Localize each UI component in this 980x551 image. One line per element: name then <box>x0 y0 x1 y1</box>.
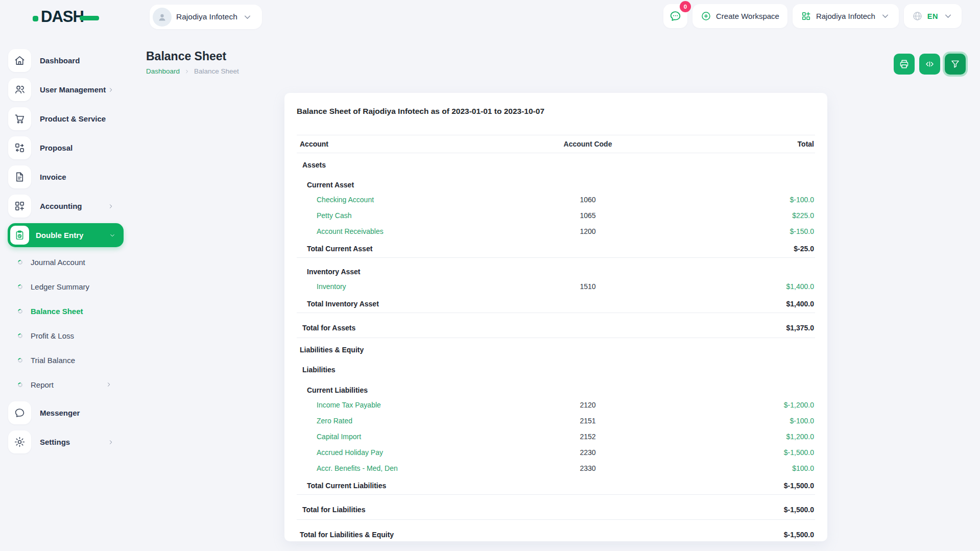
language-selector[interactable]: EN <box>904 4 962 28</box>
account-code: 2230 <box>529 448 647 457</box>
account-link-petty-cash[interactable]: Petty Cash <box>317 211 351 220</box>
globe-icon <box>912 11 923 21</box>
sidebar-subitem-label: Trial Balance <box>31 356 75 365</box>
table-row-liabilities: Liabilities <box>297 361 815 376</box>
account-link-zero-rated[interactable]: Zero Rated <box>317 417 352 425</box>
row-label: Total Current Liabilities <box>297 482 529 490</box>
plus-circle-icon <box>701 11 711 21</box>
messages-badge: 0 <box>680 1 691 12</box>
table-row-petty-cash: Petty Cash1065$225.0 <box>297 207 815 223</box>
row-label: Total Current Asset <box>297 245 529 253</box>
table-row-account-receivables: Account Receivables1200$-150.0 <box>297 223 815 239</box>
double-entry-icon <box>14 230 25 241</box>
users-icon <box>8 78 31 101</box>
account-code: 2330 <box>529 464 647 472</box>
table-row-total-for-liabilities: Total for Liabilities$-1,500.0 <box>297 500 815 520</box>
row-label: Assets <box>297 161 529 169</box>
row-total: $-100.0 <box>647 417 815 425</box>
account-link-account-receivables[interactable]: Account Receivables <box>317 227 384 235</box>
sidebar-subitem-label: Ledger Summary <box>31 282 89 291</box>
logo-dot-icon <box>33 16 38 21</box>
sidebar-subitem-journal-account[interactable]: Journal Account <box>0 250 129 274</box>
settings-icon <box>8 430 31 453</box>
logo-text: DASH <box>41 8 84 26</box>
account-code: 1510 <box>529 282 647 291</box>
sidebar-item-label: Accounting <box>40 202 82 210</box>
table-row-assets: Assets <box>297 156 815 171</box>
sidebar-subitem-ledger-summary[interactable]: Ledger Summary <box>0 274 129 299</box>
sidebar-item-accounting[interactable]: Accounting <box>0 191 129 221</box>
table-row-capital-import: Capital Import2152$1,200.0 <box>297 428 815 444</box>
messages-button[interactable]: 0 <box>663 4 687 28</box>
sidebar-item-user-management[interactable]: User Management <box>0 75 129 104</box>
code-toggle-button[interactable] <box>919 54 940 75</box>
printer-icon <box>899 59 910 69</box>
user-avatar-icon <box>157 12 168 22</box>
table-row-inventory: Inventory1510$1,400.0 <box>297 278 815 294</box>
messenger-icon <box>8 401 31 424</box>
row-total: $225.0 <box>647 211 815 220</box>
dash-logo[interactable]: DASH <box>33 8 99 26</box>
messenger-icon <box>14 407 26 419</box>
code-toggle-icon <box>924 59 935 69</box>
sidebar-subitem-balance-sheet[interactable]: Balance Sheet <box>0 299 129 323</box>
sidebar-item-label: Product & Service <box>40 114 106 123</box>
row-total: $1,400.0 <box>647 282 815 291</box>
printer-button[interactable] <box>894 54 915 75</box>
sidebar-item-label: Invoice <box>40 173 66 181</box>
sidebar-item-proposal[interactable]: Proposal <box>0 133 129 162</box>
sidebar-item-invoice[interactable]: Invoice <box>0 162 129 191</box>
account-link-accrued-holiday-pay[interactable]: Accrued Holiday Pay <box>317 448 383 457</box>
sidebar-subitem-label: Report <box>31 380 54 389</box>
sidebar-item-messenger[interactable]: Messenger <box>0 398 129 427</box>
table-row-total-inventory-asset: Total Inventory Asset$1,400.0 <box>297 296 815 313</box>
workspace-selector[interactable]: Rajodiya Infotech <box>150 5 262 29</box>
chevron-right-icon <box>107 86 114 93</box>
company-selector[interactable]: Rajodiya Infotech <box>793 4 899 28</box>
chevron-right-icon <box>184 68 190 75</box>
table-row-income-tax-payable: Income Tax Payable2120$-1,200.0 <box>297 397 815 413</box>
sidebar-item-label: Dashboard <box>40 56 80 65</box>
sidebar-subitem-report[interactable]: Report <box>0 372 129 397</box>
sidebar-item-double-entry[interactable]: Double Entry <box>8 223 124 247</box>
sidebar-item-label: Settings <box>40 438 70 446</box>
sidebar-subitem-label: Profit & Loss <box>31 331 74 340</box>
sidebar-item-product-service[interactable]: Product & Service <box>0 104 129 133</box>
settings-icon <box>14 436 26 448</box>
row-total: $-1,200.0 <box>647 401 815 409</box>
create-workspace-button[interactable]: Create Workspace <box>692 4 787 28</box>
filter-button[interactable] <box>945 54 966 75</box>
row-label: Liabilities & Equity <box>297 346 529 354</box>
sidebar-item-label: User Management <box>40 85 106 94</box>
donut-bullet-icon <box>17 332 23 339</box>
account-link-income-tax-payable[interactable]: Income Tax Payable <box>317 401 381 409</box>
chevron-down-icon <box>242 12 253 22</box>
account-link-inventory[interactable]: Inventory <box>317 282 346 291</box>
sidebar-subitem-trial-balance[interactable]: Trial Balance <box>0 348 129 372</box>
proposal-icon <box>8 136 31 159</box>
account-link-capital-import[interactable]: Capital Import <box>317 433 361 441</box>
row-total: $-1,500.0 <box>647 448 815 457</box>
sidebar-subitem-profit-loss[interactable]: Profit & Loss <box>0 323 129 348</box>
breadcrumb-dashboard-link[interactable]: Dashboard <box>146 67 180 75</box>
sidebar-item-dashboard[interactable]: Dashboard <box>0 46 129 75</box>
proposal-icon <box>14 142 26 154</box>
row-total: $-1,500.0 <box>647 531 815 539</box>
account-link-checking-account[interactable]: Checking Account <box>317 196 374 204</box>
sidebar-item-settings[interactable]: Settings <box>0 427 129 457</box>
create-workspace-label: Create Workspace <box>716 12 779 20</box>
home-icon <box>8 49 31 72</box>
row-label: Inventory Asset <box>297 268 529 276</box>
row-total: $100.0 <box>647 464 815 472</box>
report-title: Balance Sheet of Rajodiya Infotech as of… <box>297 107 815 116</box>
table-header-row: AccountAccount CodeTotal <box>297 135 815 153</box>
home-icon <box>14 55 26 66</box>
row-label: Total Inventory Asset <box>297 300 529 308</box>
breadcrumb-current: Balance Sheet <box>194 67 239 75</box>
account-link-accr-benefits-med-den[interactable]: Accr. Benefits - Med, Den <box>317 464 398 472</box>
account-code: 2151 <box>529 417 647 425</box>
chevron-down-icon <box>109 232 116 239</box>
avatar <box>153 8 172 27</box>
language-code: EN <box>927 12 938 20</box>
donut-bullet-icon <box>17 381 23 388</box>
